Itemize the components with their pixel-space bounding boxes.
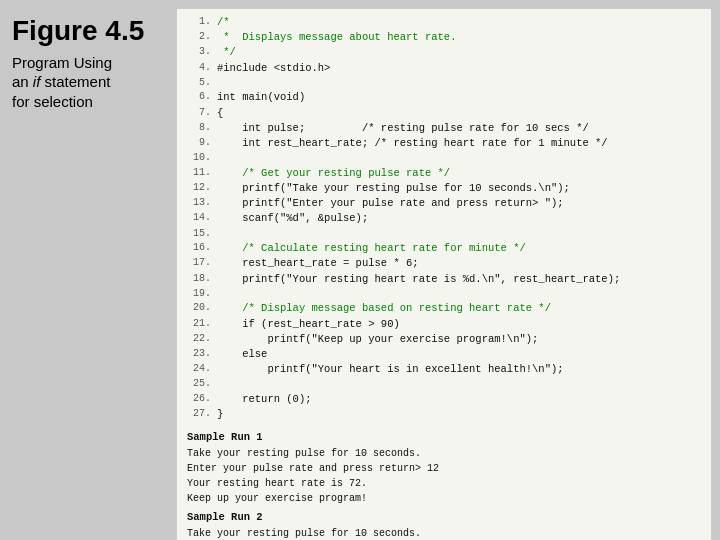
line-number: 6.: [187, 90, 211, 105]
code-text: /* Get your resting pulse rate */: [217, 166, 450, 181]
code-line: 18. printf("Your resting heart rate is %…: [187, 272, 701, 287]
line-number: 13.: [187, 196, 211, 211]
code-text: }: [217, 407, 223, 422]
line-number: 5.: [187, 76, 211, 91]
code-text: #include <stdio.h>: [217, 61, 330, 76]
subtitle-line1: Program Using: [12, 54, 112, 71]
subtitle-line2: an: [12, 73, 33, 90]
sample-line: Your resting heart rate is 72.: [187, 476, 701, 491]
line-number: 26.: [187, 392, 211, 407]
code-line: 9. int rest_heart_rate; /* resting heart…: [187, 136, 701, 151]
sample-line: Take your resting pulse for 10 seconds.: [187, 446, 701, 461]
slide-subtitle: Program Using an if statement for select…: [12, 53, 164, 112]
code-line: 3. */: [187, 45, 701, 60]
code-line: 16. /* Calculate resting heart rate for …: [187, 241, 701, 256]
sample-section: Sample Run 1Take your resting pulse for …: [187, 430, 701, 540]
code-text: * Displays message about heart rate.: [217, 30, 456, 45]
code-text: /*: [217, 15, 236, 30]
code-line: 23. else: [187, 347, 701, 362]
line-number: 7.: [187, 106, 211, 121]
code-line: 11. /* Get your resting pulse rate */: [187, 166, 701, 181]
code-text: rest_heart_rate = pulse * 6;: [217, 256, 419, 271]
code-text: printf("Enter your pulse rate and press …: [217, 196, 564, 211]
code-text: return (0);: [217, 392, 312, 407]
code-text: scanf("%d", &pulse);: [217, 211, 368, 226]
subtitle-line3: statement: [40, 73, 110, 90]
code-line: 17. rest_heart_rate = pulse * 6;: [187, 256, 701, 271]
code-line: 20. /* Display message based on resting …: [187, 301, 701, 316]
sample-line: Keep up your exercise program!: [187, 491, 701, 506]
code-line: 15.: [187, 227, 701, 242]
line-number: 11.: [187, 166, 211, 181]
code-text: printf("Take your resting pulse for 10 s…: [217, 181, 570, 196]
code-line: 14. scanf("%d", &pulse);: [187, 211, 701, 226]
code-line: 8. int pulse; /* resting pulse rate for …: [187, 121, 701, 136]
sample-heading: Sample Run 1: [187, 430, 701, 446]
line-number: 23.: [187, 347, 211, 362]
sample-line: Enter your pulse rate and press return> …: [187, 461, 701, 476]
line-number: 16.: [187, 241, 211, 256]
code-text: {: [217, 106, 223, 121]
code-line: 21. if (rest_heart_rate > 90): [187, 317, 701, 332]
sample-heading: Sample Run 2: [187, 510, 701, 526]
code-line: 13. printf("Enter your pulse rate and pr…: [187, 196, 701, 211]
code-text: */: [217, 45, 236, 60]
left-panel: Figure 4.5 Program Using an if statement…: [8, 8, 168, 540]
subtitle-line4: for selection: [12, 93, 93, 110]
code-text: int main(void): [217, 90, 305, 105]
code-line: 6.int main(void): [187, 90, 701, 105]
code-line: 27.}: [187, 407, 701, 422]
line-number: 24.: [187, 362, 211, 377]
code-line: 1./*: [187, 15, 701, 30]
line-number: 18.: [187, 272, 211, 287]
code-text: int rest_heart_rate; /* resting heart ra…: [217, 136, 608, 151]
code-line: 24. printf("Your heart is in excellent h…: [187, 362, 701, 377]
code-line: 7.{: [187, 106, 701, 121]
line-number: 8.: [187, 121, 211, 136]
code-line: 10.: [187, 151, 701, 166]
code-text: /* Display message based on resting hear…: [217, 301, 551, 316]
code-line: 12. printf("Take your resting pulse for …: [187, 181, 701, 196]
line-number: 2.: [187, 30, 211, 45]
line-number: 15.: [187, 227, 211, 242]
code-line: 25.: [187, 377, 701, 392]
right-panel: 1./* 2. * Displays message about heart r…: [176, 8, 712, 540]
line-number: 27.: [187, 407, 211, 422]
line-number: 1.: [187, 15, 211, 30]
code-line: 19.: [187, 287, 701, 302]
line-number: 4.: [187, 61, 211, 76]
code-line: 5.: [187, 76, 701, 91]
code-line: 2. * Displays message about heart rate.: [187, 30, 701, 45]
code-text: else: [217, 347, 267, 362]
line-number: 17.: [187, 256, 211, 271]
line-number: 10.: [187, 151, 211, 166]
code-text: printf("Keep up your exercise program!\n…: [217, 332, 538, 347]
code-section: 1./* 2. * Displays message about heart r…: [187, 15, 701, 422]
code-text: /* Calculate resting heart rate for minu…: [217, 241, 526, 256]
line-number: 14.: [187, 211, 211, 226]
line-number: 21.: [187, 317, 211, 332]
code-line: 26. return (0);: [187, 392, 701, 407]
line-number: 22.: [187, 332, 211, 347]
line-number: 25.: [187, 377, 211, 392]
line-number: 9.: [187, 136, 211, 151]
code-text: if (rest_heart_rate > 90): [217, 317, 400, 332]
code-text: int pulse; /* resting pulse rate for 10 …: [217, 121, 589, 136]
sample-line: Take your resting pulse for 10 seconds.: [187, 526, 701, 540]
line-number: 12.: [187, 181, 211, 196]
line-number: 19.: [187, 287, 211, 302]
code-line: 4.#include <stdio.h>: [187, 61, 701, 76]
main-container: Figure 4.5 Program Using an if statement…: [0, 0, 720, 540]
line-number: 3.: [187, 45, 211, 60]
slide-title: Figure 4.5: [12, 16, 164, 47]
code-text: printf("Your heart is in excellent healt…: [217, 362, 564, 377]
line-number: 20.: [187, 301, 211, 316]
code-text: printf("Your resting heart rate is %d.\n…: [217, 272, 620, 287]
code-line: 22. printf("Keep up your exercise progra…: [187, 332, 701, 347]
